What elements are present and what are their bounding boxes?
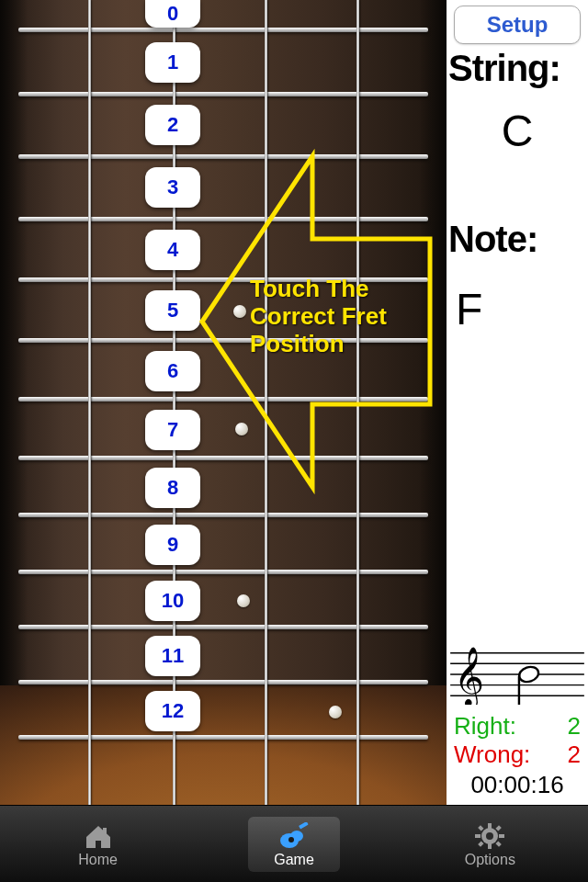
fret-button-8[interactable]: 8: [145, 468, 200, 508]
fret-wire: [18, 28, 428, 32]
fret-wire: [18, 338, 428, 343]
string-value: C: [447, 106, 588, 156]
home-icon: [83, 822, 114, 850]
svg-rect-9: [103, 828, 107, 835]
main-area: 0 1 2 3 4 5 6 7 8 9 10 11 12 Touch The C…: [0, 0, 588, 805]
svg-point-7: [517, 664, 540, 684]
fret-marker-dot: [237, 594, 250, 607]
tab-label: Home: [78, 852, 118, 868]
fret-marker-dot: [329, 706, 342, 718]
svg-point-13: [288, 837, 294, 842]
fret-button-2[interactable]: 2: [145, 105, 200, 145]
fret-button-12[interactable]: 12: [145, 691, 200, 731]
fret-wire: [18, 513, 428, 517]
svg-rect-18: [499, 834, 504, 838]
ukulele-icon: [278, 822, 310, 850]
timer: 00:00:16: [447, 769, 588, 805]
svg-rect-21: [478, 841, 483, 846]
tab-options[interactable]: Options: [392, 806, 588, 882]
fret-wire: [18, 625, 428, 629]
string-line: [88, 0, 91, 805]
gear-icon: [474, 822, 505, 850]
svg-rect-17: [475, 834, 481, 838]
fretboard[interactable]: 0 1 2 3 4 5 6 7 8 9 10 11 12 Touch The C…: [0, 0, 447, 805]
string-label: String:: [447, 48, 588, 89]
tab-bar: Home Game: [0, 805, 588, 882]
fret-button-3[interactable]: 3: [145, 167, 200, 208]
fret-wire: [18, 397, 428, 401]
fret-wire: [18, 456, 428, 460]
right-label: Right:: [454, 712, 516, 741]
fret-wire: [18, 154, 428, 159]
wrong-label: Wrong:: [454, 741, 530, 769]
fret-button-5[interactable]: 5: [145, 290, 200, 331]
fret-button-11[interactable]: 11: [145, 636, 200, 676]
svg-rect-22: [496, 841, 502, 846]
fret-button-0[interactable]: 0: [145, 0, 200, 28]
tab-label: Options: [465, 852, 515, 868]
svg-rect-12: [299, 822, 309, 829]
fret-wire: [18, 277, 428, 282]
fret-button-7[interactable]: 7: [145, 410, 200, 450]
info-panel: Setup String: C Note: F 𝄞 Right:: [447, 0, 588, 805]
right-value: 2: [568, 712, 581, 741]
score-right: Right: 2: [447, 712, 588, 741]
fret-marker-dot: [233, 305, 246, 318]
svg-rect-15: [488, 823, 492, 829]
fret-button-4[interactable]: 4: [145, 230, 200, 270]
fret-button-10[interactable]: 10: [145, 581, 200, 621]
svg-point-23: [486, 832, 493, 840]
wrong-value: 2: [568, 741, 581, 769]
fret-button-1[interactable]: 1: [145, 42, 200, 83]
tab-label: Game: [274, 852, 314, 868]
svg-rect-16: [488, 843, 492, 849]
fret-button-9[interactable]: 9: [145, 525, 200, 565]
svg-rect-20: [496, 825, 502, 831]
string-line: [265, 0, 267, 805]
score-wrong: Wrong: 2: [447, 741, 588, 769]
note-value: F: [447, 284, 588, 334]
svg-text:𝄞: 𝄞: [454, 647, 484, 705]
svg-rect-19: [478, 825, 483, 831]
fret-wire: [18, 680, 428, 684]
staff-notation: 𝄞: [450, 642, 584, 708]
fret-wire: [18, 92, 428, 96]
string-line: [356, 0, 359, 805]
fret-marker-dot: [235, 423, 248, 435]
fret-wire: [18, 735, 428, 740]
note-label: Note:: [447, 219, 588, 260]
tab-game[interactable]: Game: [196, 806, 391, 882]
fret-wire: [18, 217, 428, 221]
tab-home[interactable]: Home: [0, 806, 196, 882]
fret-wire: [18, 570, 428, 574]
setup-button[interactable]: Setup: [454, 6, 581, 44]
fret-button-6[interactable]: 6: [145, 351, 200, 391]
